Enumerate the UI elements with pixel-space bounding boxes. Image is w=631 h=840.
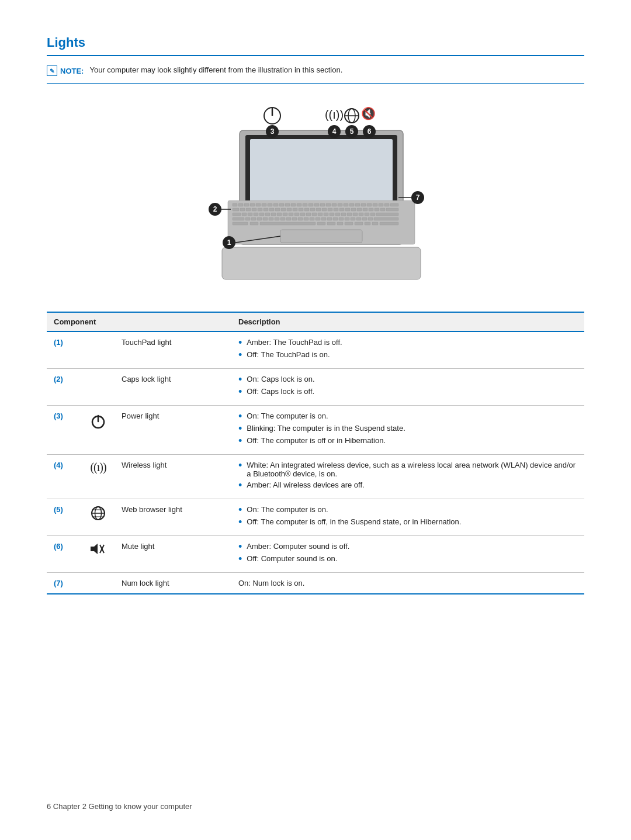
svg-rect-85 [233, 217, 244, 220]
col-header-description: Description [231, 312, 584, 331]
svg-rect-58 [380, 208, 385, 211]
row-icon: ((ı)) [82, 455, 115, 499]
svg-marker-152 [91, 544, 98, 554]
svg-rect-79 [347, 213, 352, 216]
row-description: •Amber: The TouchPad is off.•Off: The To… [231, 331, 584, 369]
svg-rect-21 [326, 203, 331, 206]
svg-rect-97 [310, 217, 314, 220]
bullet-dot: • [238, 337, 242, 348]
svg-rect-111 [260, 222, 316, 225]
svg-rect-107 [368, 217, 373, 220]
row-component-name: Web browser light [115, 499, 231, 536]
svg-rect-5 [233, 203, 237, 206]
svg-rect-22 [332, 203, 337, 206]
svg-rect-90 [269, 217, 273, 220]
svg-rect-118 [372, 222, 378, 225]
svg-rect-87 [251, 217, 256, 220]
svg-rect-53 [351, 208, 356, 211]
svg-rect-28 [367, 203, 372, 206]
svg-rect-9 [256, 203, 261, 206]
row-number: (3) [47, 406, 82, 455]
svg-rect-11 [268, 203, 272, 206]
row-component-name: TouchPad light [115, 331, 231, 369]
svg-rect-65 [265, 213, 270, 216]
bullet-item: •Off: Caps lock is off. [238, 387, 577, 397]
bullet-item: •Amber: Computer sound is off. [238, 542, 577, 552]
svg-rect-17 [303, 203, 307, 206]
svg-rect-31 [384, 203, 389, 206]
table-row: (5) Web browser light•On: The computer i… [47, 499, 584, 536]
bullet-dot: • [238, 460, 242, 471]
bullet-dot: • [238, 554, 242, 564]
svg-rect-101 [333, 217, 338, 220]
note-text: Your computer may look slightly differen… [89, 65, 342, 74]
svg-rect-83 [370, 213, 375, 216]
svg-rect-66 [271, 213, 276, 216]
row-icon [82, 573, 115, 594]
row-component-name: Wireless light [115, 455, 231, 499]
svg-rect-95 [298, 217, 303, 220]
svg-rect-44 [299, 208, 303, 211]
svg-rect-50 [334, 208, 338, 211]
bullet-dot: • [238, 374, 242, 385]
svg-rect-62 [248, 213, 252, 216]
svg-text:3: 3 [271, 127, 275, 136]
col-header-component: Component [47, 312, 231, 331]
svg-rect-60 [233, 213, 241, 216]
row-number: (7) [47, 573, 82, 594]
svg-text:5: 5 [350, 127, 354, 136]
svg-rect-119 [380, 222, 398, 225]
svg-rect-98 [316, 217, 320, 220]
svg-rect-63 [254, 213, 258, 216]
svg-rect-30 [379, 203, 383, 206]
svg-rect-10 [262, 203, 266, 206]
svg-rect-113 [327, 222, 335, 225]
svg-rect-42 [287, 208, 292, 211]
note-box: ✎ NOTE: Your computer may look slightly … [47, 65, 584, 84]
row-icon [82, 406, 115, 455]
svg-text:🔇: 🔇 [361, 106, 376, 120]
bullet-item: •On: The computer is on. [238, 505, 577, 515]
bullet-item: •Off: The TouchPad is on. [238, 350, 577, 360]
svg-rect-12 [273, 203, 278, 206]
svg-text:7: 7 [416, 193, 420, 202]
svg-rect-74 [318, 213, 323, 216]
svg-rect-115 [345, 222, 353, 225]
svg-rect-93 [286, 217, 291, 220]
svg-rect-77 [335, 213, 340, 216]
svg-rect-51 [339, 208, 344, 211]
svg-text:1: 1 [227, 238, 231, 247]
svg-rect-103 [345, 217, 349, 220]
svg-rect-70 [294, 213, 299, 216]
svg-rect-19 [314, 203, 319, 206]
svg-rect-7 [244, 203, 249, 206]
svg-rect-16 [297, 203, 301, 206]
svg-rect-24 [344, 203, 348, 206]
svg-rect-96 [304, 217, 308, 220]
row-description: •Amber: Computer sound is off.•Off: Comp… [231, 536, 584, 573]
bullet-item: •On: Caps lock is on. [238, 375, 577, 385]
svg-rect-88 [257, 217, 262, 220]
svg-rect-105 [356, 217, 361, 220]
page-title: Lights [47, 35, 584, 50]
row-description: •On: The computer is on.•Blinking: The c… [231, 406, 584, 455]
bullet-item: •Amber: All wireless devices are off. [238, 481, 577, 490]
component-table: Component Description (1)TouchPad light•… [47, 312, 584, 594]
svg-rect-86 [245, 217, 250, 220]
svg-rect-43 [293, 208, 297, 211]
svg-rect-6 [238, 203, 243, 206]
svg-rect-73 [312, 213, 317, 216]
table-row: (3) Power light•On: The computer is on.•… [47, 406, 584, 455]
row-number: (6) [47, 536, 82, 573]
svg-rect-99 [321, 217, 326, 220]
svg-rect-45 [304, 208, 309, 211]
row-component-name: Caps lock light [115, 369, 231, 406]
bullet-item: •Off: The computer is off or in Hibernat… [238, 436, 577, 446]
svg-text:2: 2 [213, 205, 217, 213]
bullet-item: •On: The computer is on. [238, 412, 577, 421]
row-icon [82, 499, 115, 536]
svg-rect-20 [320, 203, 325, 206]
svg-rect-110 [250, 222, 258, 225]
svg-rect-75 [324, 213, 328, 216]
table-row: (7)Num lock lightOn: Num lock is on. [47, 573, 584, 594]
